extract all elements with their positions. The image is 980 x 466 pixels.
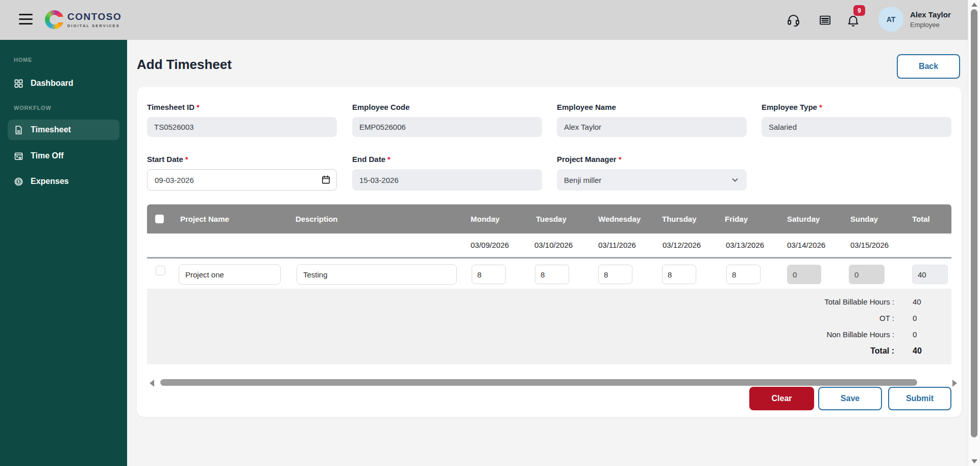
timesheet-document-icon [14,125,23,135]
sidebar-item-timesheet[interactable]: Timesheet [8,120,119,140]
date-saturday: 03/14/2026 [787,234,825,257]
top-header-bar: CONTOSO DIGITAL SERVICES 9 AT Alex Taylo… [0,0,968,40]
end-date-input [352,169,542,191]
project-manager-value: Benji miller [564,176,601,184]
sidebar-nav: HOME Dashboard WORKFLOW Timesheet [0,40,127,466]
page-vertical-scrollbar [968,0,980,466]
required-asterisk: * [185,155,188,164]
user-name: Alex Taylor [910,10,951,19]
required-asterisk: * [387,155,390,164]
date-sunday: 03/15/2026 [850,234,889,257]
non-billable-label: Non Billable Hours : [826,330,894,339]
grand-total-value: 40 [913,346,943,356]
clear-button[interactable]: Clear [749,387,814,410]
col-wednesday: Wednesday [598,204,641,234]
total-billable-value: 40 [913,297,943,306]
friday-hours-input[interactable] [726,265,761,284]
ot-row: OT : 0 [155,314,943,322]
employee-type-label: Employee Type* [762,103,951,113]
col-friday: Friday [725,204,748,234]
menu-hamburger-icon[interactable] [19,14,33,26]
sidebar-item-label: Expenses [31,177,69,186]
wednesday-hours-input[interactable] [598,265,632,284]
timesheet-id-input [147,117,337,137]
project-name-input[interactable] [179,264,281,285]
notification-count-badge[interactable]: 9 [853,5,865,16]
non-billable-value: 0 [913,330,943,339]
project-manager-label: Project Manager* [557,155,747,165]
scroll-down-arrow-icon[interactable] [971,459,977,463]
date-monday: 03/09/2026 [471,234,509,257]
date-friday: 03/13/2026 [726,234,764,257]
project-manager-select[interactable]: Benji miller [557,169,747,191]
col-tuesday: Tuesday [536,204,567,234]
save-button[interactable]: Save [818,387,882,410]
date-thursday: 03/12/2026 [663,234,701,257]
col-monday: Monday [471,204,500,234]
employee-code-label: Employee Code [352,103,542,113]
sidebar-item-label: Timesheet [31,125,71,134]
col-saturday: Saturday [787,204,820,234]
scroll-up-arrow-icon[interactable] [971,3,977,7]
col-description: Description [296,204,338,234]
employee-type-input [762,117,951,137]
vertical-scrollbar-thumb[interactable] [971,9,977,437]
col-thursday: Thursday [662,204,697,234]
monday-hours-input[interactable] [472,265,506,284]
non-billable-row: Non Billable Hours : 0 [155,330,943,339]
employee-name-input [557,117,747,137]
sidebar-section-workflow: WORKFLOW [14,105,52,111]
grand-total-row: Total : 40 [155,346,943,356]
ot-value: 0 [913,314,943,322]
sidebar-item-expenses[interactable]: Expenses [8,171,119,192]
back-button[interactable]: Back [897,54,960,79]
row-checkbox[interactable] [156,266,165,275]
calendar-icon[interactable] [321,175,331,184]
user-avatar[interactable]: AT [878,7,903,32]
select-all-checkbox[interactable] [155,215,164,223]
timesheet-form-card: Timesheet ID* Employee Code Employee Nam… [137,87,962,417]
scroll-left-arrow-icon[interactable] [150,380,154,387]
user-role: Employee [910,21,940,29]
thursday-hours-input[interactable] [662,265,696,284]
col-project-name: Project Name [180,204,229,234]
row-total-input [912,265,948,284]
end-date-label: End Date* [352,155,542,165]
newsfeed-icon[interactable] [818,13,832,27]
total-billable-row: Total Billable Hours : 40 [155,297,943,306]
dashboard-grid-icon [14,79,23,88]
chevron-down-icon [730,175,740,184]
col-total: Total [912,204,930,234]
sidebar-item-dashboard[interactable]: Dashboard [8,73,119,94]
timesheet-table-header: Project Name Description Monday Tuesday … [147,204,951,234]
date-tuesday: 03/10/2026 [534,234,573,257]
submit-button[interactable]: Submit [888,387,951,410]
page-title: Add Timesheet [137,57,232,73]
sidebar-item-time-off[interactable]: Time Off [8,146,119,166]
employee-code-input [352,117,542,137]
week-dates-row: 03/09/2026 03/10/2026 03/11/2026 03/12/2… [147,234,951,257]
expenses-dollar-icon [14,177,23,187]
grand-total-label: Total : [870,346,894,356]
sidebar-item-label: Time Off [31,151,64,160]
saturday-hours-input [787,265,821,284]
brand-tagline: DIGITAL SERVICES [67,24,121,28]
sidebar-item-label: Dashboard [31,79,74,88]
headset-icon[interactable] [787,13,800,27]
brand-name: CONTOSO [67,12,121,22]
time-off-calendar-icon [14,151,23,161]
totals-summary: Total Billable Hours : 40 OT : 0 Non Bil… [147,289,951,364]
required-asterisk: * [819,103,822,111]
required-asterisk: * [197,103,200,111]
table-horizontal-scrollbar [147,378,962,387]
start-date-label: Start Date* [147,155,337,165]
tuesday-hours-input[interactable] [535,265,569,284]
start-date-input[interactable] [147,169,337,191]
required-asterisk: * [619,155,622,164]
notification-bell-icon[interactable] [846,14,860,28]
description-input[interactable] [297,264,457,285]
timesheet-id-label: Timesheet ID* [147,103,337,113]
horizontal-scrollbar-thumb[interactable] [160,379,917,386]
scroll-right-arrow-icon[interactable] [952,380,957,387]
date-wednesday: 03/11/2026 [598,234,636,257]
